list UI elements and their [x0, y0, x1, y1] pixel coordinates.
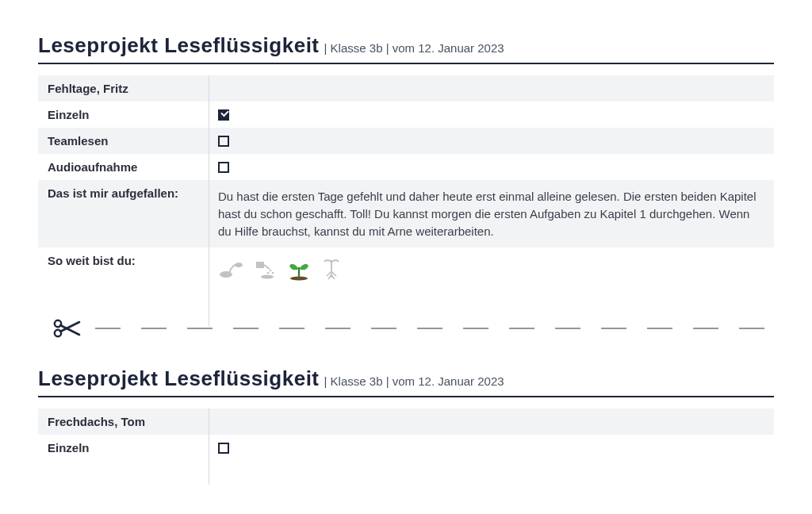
progress-watering-icon — [251, 259, 278, 282]
value-audio — [209, 154, 774, 180]
student-name: Fehltage, Fritz — [38, 75, 209, 102]
svg-point-3 — [267, 271, 270, 274]
svg-point-5 — [261, 274, 274, 278]
label-audio: Audioaufnahme — [38, 154, 209, 180]
svg-point-4 — [272, 271, 274, 274]
project-title: Leseprojekt Leseflüssigkeit — [38, 366, 320, 391]
progress-roots-icon — [320, 257, 343, 283]
value-einzeln — [209, 102, 774, 128]
report-heading: Leseprojekt Leseflüssigkeit | Klasse 3b … — [38, 33, 774, 64]
project-meta: | Klasse 3b | vom 12. Januar 2023 — [324, 41, 504, 55]
progress-seed-icon — [218, 259, 245, 282]
student-name: Frechdachs, Tom — [38, 409, 209, 435]
svg-point-2 — [270, 269, 272, 271]
student-report: Leseprojekt Leseflüssigkeit | Klasse 3b … — [38, 33, 774, 295]
project-title: Leseprojekt Leseflüssigkeit — [38, 33, 320, 58]
project-meta: | Klasse 3b | vom 12. Januar 2023 — [324, 374, 504, 388]
label-notes: Das ist mir aufgefallen: — [38, 180, 209, 247]
value-notes: Du hast die ersten Tage gefehlt und dahe… — [209, 180, 774, 247]
report-heading: Leseprojekt Leseflüssigkeit | Klasse 3b … — [38, 366, 774, 397]
student-report: Leseprojekt Leseflüssigkeit | Klasse 3b … — [38, 366, 774, 461]
label-teamlesen: Teamlesen — [38, 128, 209, 154]
svg-point-0 — [220, 271, 232, 278]
empty-cell — [209, 409, 774, 435]
empty-cell — [209, 75, 774, 102]
value-einzeln — [209, 435, 774, 461]
checkbox-einzeln[interactable] — [218, 443, 229, 454]
cut-line — [52, 319, 774, 338]
cut-dashes — [95, 328, 774, 329]
checkbox-teamlesen[interactable] — [218, 136, 229, 147]
checkbox-einzeln[interactable] — [218, 109, 229, 121]
svg-point-1 — [235, 263, 243, 267]
value-progress — [209, 247, 774, 295]
scissors-icon — [52, 319, 81, 338]
progress-sprout-icon — [285, 255, 313, 284]
checkbox-audio[interactable] — [218, 162, 229, 173]
value-teamlesen — [209, 128, 774, 154]
label-einzeln: Einzeln — [38, 102, 209, 128]
label-progress: So weit bist du: — [38, 247, 209, 295]
label-einzeln: Einzeln — [38, 435, 209, 461]
